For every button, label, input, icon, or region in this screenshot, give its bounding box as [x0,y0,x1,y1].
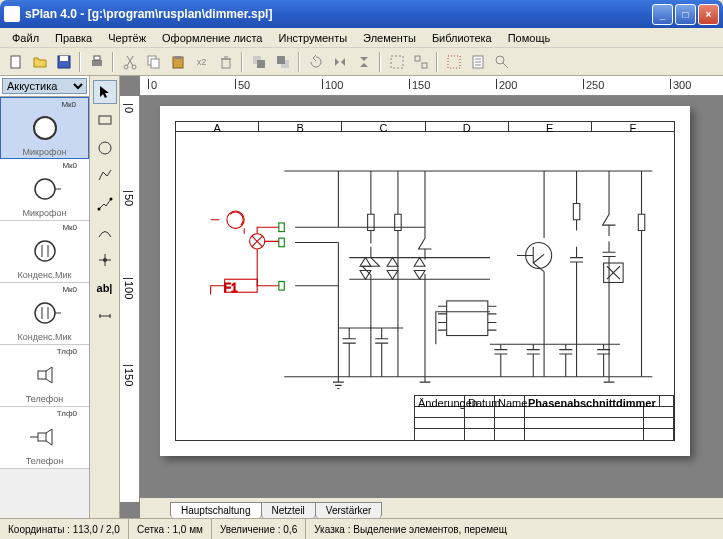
title-bar: sPlan 4.0 - [g:\program\rusplan\dimmer.s… [0,0,723,28]
menu-help[interactable]: Помощь [500,30,559,46]
poly-tool[interactable] [93,164,117,188]
status-hint: Указка : Выделение элементов, перемещ [306,519,723,539]
tofront-button[interactable] [247,50,270,73]
category-select[interactable]: Аккустика [2,78,87,94]
delete-button[interactable] [214,50,237,73]
menu-sheet[interactable]: Оформление листа [154,30,270,46]
vertical-ruler: 0 50 100 150 [120,96,140,502]
svg-point-25 [35,241,55,261]
sheet-tab[interactable]: Verstärker [315,502,383,518]
svg-point-5 [124,65,128,69]
close-button[interactable]: × [698,4,719,25]
status-coords: Координаты : 113,0 / 2,0 [0,519,129,539]
capmic-symbol-icon [20,232,70,270]
node-tool[interactable] [93,248,117,272]
svg-rect-10 [175,56,181,59]
menu-bar: Файл Правка Чертёж Оформление листа Инст… [0,28,723,48]
line-tool[interactable] [93,192,117,216]
save-button[interactable] [52,50,75,73]
svg-point-21 [496,56,504,64]
svg-rect-45 [279,238,284,247]
part-item[interactable]: Мк0 Конденс.Мик [0,283,89,345]
part-item[interactable]: Тлф0 Телефон [0,407,89,469]
capmic-symbol-icon [20,294,70,332]
mic-symbol-icon [20,170,70,208]
app-icon [4,6,20,22]
svg-rect-47 [447,301,488,336]
paste-button[interactable] [166,50,189,73]
phone-symbol-icon [20,356,70,394]
sheet-frame: ABCDEF F1 [175,121,675,441]
copy-button[interactable] [142,50,165,73]
dup-button[interactable]: x2 [190,50,213,73]
svg-point-6 [132,65,136,69]
circle-tool[interactable] [93,136,117,160]
canvas-area: 0 50 100 150 200 250 300 0 50 100 150 AB… [120,76,723,518]
parts-list[interactable]: Мк0 Микрофон Мк0 Микрофон Мк0 Конденс.Ми… [0,97,89,518]
group-button[interactable] [385,50,408,73]
svg-rect-32 [38,371,46,379]
sheet-tab[interactable]: Hauptschaltung [170,502,262,518]
svg-point-23 [35,179,55,199]
options-button[interactable] [466,50,489,73]
cut-button[interactable] [118,50,141,73]
text-tool[interactable]: ab| [93,276,117,300]
svg-rect-18 [422,63,427,68]
minimize-button[interactable]: _ [652,4,673,25]
part-library: Аккустика Мк0 Микрофон Мк0 Микрофон Мк0 … [0,76,90,518]
svg-rect-46 [279,281,284,290]
svg-rect-35 [99,116,111,124]
part-item[interactable]: Мк0 Микрофон [0,159,89,221]
fliph-button[interactable] [328,50,351,73]
mic-symbol-icon [20,109,70,147]
svg-rect-11 [222,59,230,68]
status-zoom: Увеличение : 0,6 [212,519,306,539]
ungroup-button[interactable] [409,50,432,73]
menu-elements[interactable]: Элементы [355,30,424,46]
part-item[interactable]: Мк0 Микрофон [0,97,89,159]
canvas[interactable]: ABCDEF F1 [140,96,723,498]
svg-point-40 [227,211,244,228]
flipv-button[interactable] [352,50,375,73]
rect-tool[interactable] [93,108,117,132]
svg-rect-17 [415,56,420,61]
svg-text:F1: F1 [224,281,238,295]
sheet-tab[interactable]: Netzteil [261,502,316,518]
svg-rect-3 [92,60,102,66]
part-item[interactable]: Мк0 Конденс.Мик [0,221,89,283]
horizontal-ruler: 0 50 100 150 200 250 300 [140,76,723,96]
category-tab: Аккустика [0,76,89,97]
svg-rect-44 [279,223,284,232]
svg-rect-16 [391,56,403,68]
maximize-button[interactable]: □ [675,4,696,25]
svg-rect-0 [11,56,20,68]
menu-edit[interactable]: Правка [47,30,100,46]
svg-point-37 [97,208,100,211]
menu-tools[interactable]: Инструменты [271,30,356,46]
svg-rect-4 [94,56,100,60]
rotate-button[interactable] [304,50,327,73]
menu-library[interactable]: Библиотека [424,30,500,46]
window-title: sPlan 4.0 - [g:\program\rusplan\dimmer.s… [25,7,652,21]
part-item[interactable]: Тлф0 Телефон [0,345,89,407]
pointer-tool[interactable] [93,80,117,104]
measure-tool[interactable] [93,304,117,328]
new-button[interactable] [4,50,27,73]
title-block: ÄnderungenDatumNamePhasenabschnittdimmer [414,395,674,440]
svg-point-38 [109,198,112,201]
drawing-sheet[interactable]: ABCDEF F1 [160,106,690,456]
open-button[interactable] [28,50,51,73]
drawing-tools: ab| [90,76,120,518]
snap-button[interactable] [442,50,465,73]
svg-point-36 [99,142,111,154]
svg-rect-2 [60,56,68,61]
toback-button[interactable] [271,50,294,73]
window-controls: _ □ × [652,4,719,25]
menu-file[interactable]: Файл [4,30,47,46]
print-button[interactable] [85,50,108,73]
phone-symbol-icon [20,418,70,456]
zoom-button[interactable] [490,50,513,73]
menu-drawing[interactable]: Чертёж [100,30,154,46]
bezier-tool[interactable] [93,220,117,244]
svg-rect-19 [448,56,460,68]
